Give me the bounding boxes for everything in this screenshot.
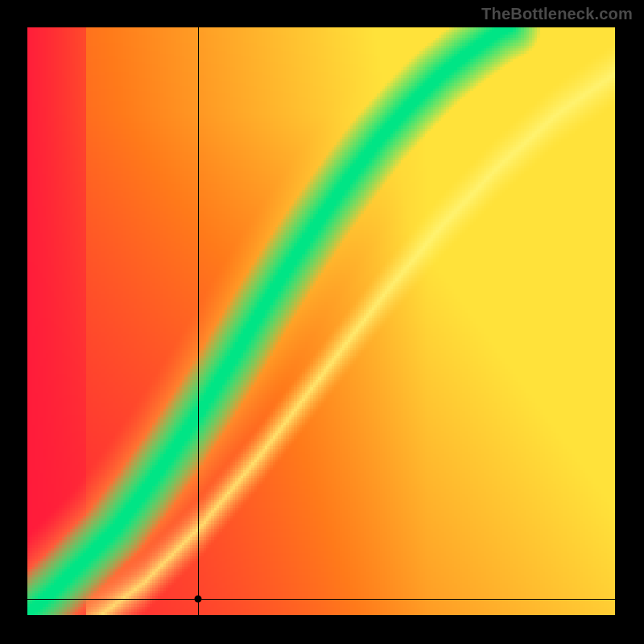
crosshair-horizontal xyxy=(27,599,615,600)
chart-container: TheBottleneck.com xyxy=(0,0,644,644)
watermark-text: TheBottleneck.com xyxy=(481,5,633,23)
plot-area[interactable] xyxy=(27,27,615,615)
crosshair-vertical xyxy=(198,27,199,615)
heatmap-canvas xyxy=(27,27,615,615)
crosshair-marker[interactable] xyxy=(194,595,201,602)
